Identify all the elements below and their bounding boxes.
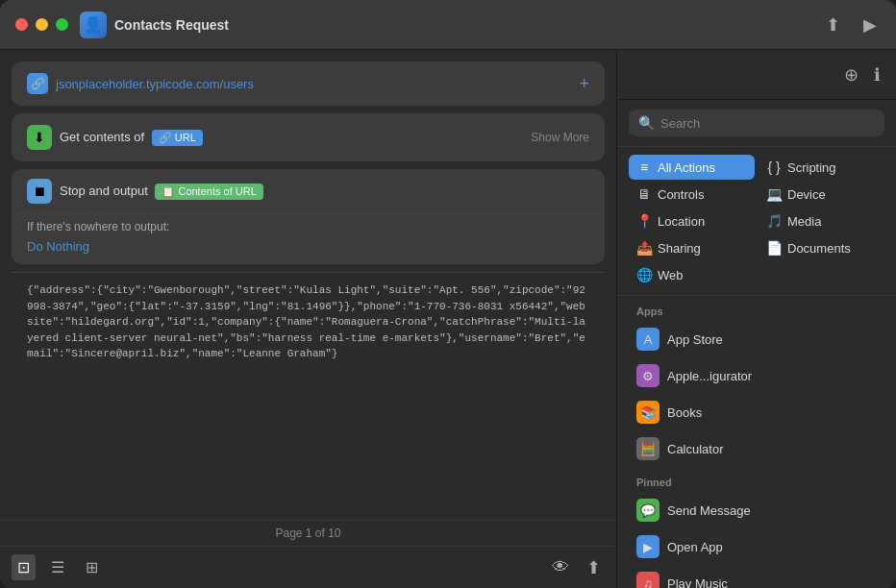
category-location-label: Location bbox=[658, 214, 705, 229]
add-url-button[interactable]: + bbox=[579, 74, 589, 94]
category-documents-label: Documents bbox=[787, 241, 851, 256]
app-store-icon: A bbox=[636, 328, 660, 351]
play-music-icon: ♫ bbox=[636, 572, 660, 588]
category-all-actions-label: All Actions bbox=[658, 160, 715, 175]
media-icon: 🎵 bbox=[766, 213, 782, 229]
device-icon: 💻 bbox=[766, 186, 782, 202]
apple-igurator-label: Apple...igurator bbox=[667, 369, 752, 383]
play-music-label: Play Music bbox=[667, 576, 728, 589]
category-documents[interactable]: 📄 Documents bbox=[759, 235, 884, 260]
view-grid-button[interactable]: ⊡ bbox=[12, 554, 36, 580]
stop-output-header: ⏹ Stop and output 📋 Contents of URL bbox=[12, 169, 605, 213]
calculator-icon: 🧮 bbox=[636, 437, 660, 460]
books-icon: 📚 bbox=[636, 401, 660, 424]
section-pinned-label: Pinned bbox=[629, 467, 884, 492]
share-button[interactable]: ⬆ bbox=[822, 11, 844, 39]
url-text: jsonplaceholder.typicode.com/users bbox=[56, 77, 571, 91]
category-device[interactable]: 💻 Device bbox=[759, 182, 884, 207]
category-media-label: Media bbox=[787, 214, 821, 229]
info-button[interactable]: ℹ bbox=[874, 64, 881, 86]
category-web-label: Web bbox=[658, 268, 684, 282]
category-controls-label: Controls bbox=[658, 187, 704, 202]
get-contents-block[interactable]: ⬇ Get contents of 🔗 URL Show More bbox=[12, 113, 605, 161]
calculator-label: Calculator bbox=[667, 442, 724, 456]
all-actions-icon: ≡ bbox=[636, 159, 652, 175]
nowhere-text: If there's nowhere to output: bbox=[27, 220, 589, 233]
documents-icon: 📄 bbox=[766, 240, 782, 256]
stop-output-label: Stop and output 📋 Contents of URL bbox=[60, 184, 263, 200]
main-window: 👤 Contacts Request ⬆ ▶ 🔗 jsonplaceholder… bbox=[0, 0, 896, 588]
list-item-apple-igurator[interactable]: ⚙ Apple...igurator bbox=[629, 357, 884, 394]
minimize-button[interactable] bbox=[36, 18, 48, 31]
category-sharing[interactable]: 📤 Sharing bbox=[629, 235, 755, 260]
open-app-label: Open App bbox=[667, 540, 723, 554]
sharing-icon: 📤 bbox=[636, 240, 652, 256]
category-all-actions[interactable]: ≡ All Actions bbox=[629, 155, 755, 180]
output-area: {"address":{"city":"Gwenborough","street… bbox=[12, 272, 605, 508]
stop-output-footer: If there's nowhere to output: Do Nothing bbox=[12, 213, 605, 264]
show-more-button[interactable]: Show More bbox=[531, 131, 589, 144]
link-icon: 🔗 bbox=[27, 73, 48, 94]
controls-icon: 🖥 bbox=[636, 186, 652, 202]
search-icon: 🔍 bbox=[638, 115, 655, 131]
search-input[interactable] bbox=[660, 116, 875, 131]
location-icon: 📍 bbox=[636, 213, 652, 229]
category-scripting[interactable]: { } Scripting bbox=[759, 155, 884, 180]
url-badge: 🔗 URL bbox=[152, 130, 203, 146]
search-bar: 🔍 bbox=[617, 100, 896, 147]
run-button[interactable]: ▶ bbox=[859, 11, 881, 39]
open-app-icon: ▶ bbox=[636, 535, 660, 558]
list-item-play-music[interactable]: ♫ Play Music bbox=[629, 565, 884, 588]
stop-output-icon: ⏹ bbox=[27, 179, 52, 204]
bottom-toolbar: ⊡ ☰ ⊞ 👁 ⬆ bbox=[0, 546, 616, 588]
categories-grid: ≡ All Actions { } Scripting 🖥 Controls 💻… bbox=[617, 147, 896, 296]
list-item-send-message[interactable]: 💬 Send Message bbox=[629, 492, 884, 528]
preview-button[interactable]: 👁 bbox=[548, 553, 573, 581]
list-item-books[interactable]: 📚 Books bbox=[629, 394, 884, 430]
category-media[interactable]: 🎵 Media bbox=[759, 208, 884, 233]
app-icon: 👤 bbox=[80, 12, 107, 38]
view-list-button[interactable]: ☰ bbox=[45, 554, 70, 580]
main-content: 🔗 jsonplaceholder.typicode.com/users + ⬇… bbox=[0, 50, 896, 588]
category-controls[interactable]: 🖥 Controls bbox=[629, 182, 755, 207]
get-contents-label: Get contents of 🔗 URL bbox=[60, 130, 523, 146]
contents-badge: 📋 Contents of URL bbox=[155, 184, 262, 200]
get-contents-icon: ⬇ bbox=[27, 125, 52, 150]
left-panel: 🔗 jsonplaceholder.typicode.com/users + ⬇… bbox=[0, 50, 617, 588]
sidebar-content: Apps A App Store ⚙ Apple...igurator 📚 Bo… bbox=[617, 296, 896, 588]
send-message-icon: 💬 bbox=[636, 499, 660, 522]
export-button[interactable]: ⬆ bbox=[583, 553, 605, 582]
list-item-calculator[interactable]: 🧮 Calculator bbox=[629, 430, 884, 467]
scripting-icon: { } bbox=[766, 159, 782, 175]
apple-igurator-icon: ⚙ bbox=[636, 364, 660, 387]
category-sharing-label: Sharing bbox=[658, 241, 701, 256]
category-device-label: Device bbox=[787, 187, 826, 202]
list-item-open-app[interactable]: ▶ Open App bbox=[629, 528, 884, 565]
do-nothing-button[interactable]: Do Nothing bbox=[27, 239, 89, 254]
add-action-button[interactable]: ⊕ bbox=[844, 64, 859, 86]
right-panel: ⊕ ℹ 🔍 ≡ All Actions { } Scripting bbox=[617, 50, 896, 588]
list-item-app-store[interactable]: A App Store bbox=[629, 321, 884, 357]
url-block[interactable]: 🔗 jsonplaceholder.typicode.com/users + bbox=[12, 61, 605, 106]
category-location[interactable]: 📍 Location bbox=[629, 208, 755, 233]
books-label: Books bbox=[667, 405, 702, 420]
titlebar: 👤 Contacts Request ⬆ ▶ bbox=[0, 0, 896, 50]
maximize-button[interactable] bbox=[56, 18, 68, 31]
category-scripting-label: Scripting bbox=[787, 160, 836, 175]
close-button[interactable] bbox=[15, 18, 28, 31]
web-icon: 🌐 bbox=[636, 267, 652, 282]
stop-output-block[interactable]: ⏹ Stop and output 📋 Contents of URL If t… bbox=[12, 169, 605, 264]
category-web[interactable]: 🌐 Web bbox=[629, 262, 755, 287]
pagination: Page 1 of 10 bbox=[0, 520, 616, 546]
send-message-label: Send Message bbox=[667, 503, 751, 518]
right-toolbar: ⊕ ℹ bbox=[617, 50, 896, 100]
output-text: {"address":{"city":"Gwenborough","street… bbox=[27, 282, 589, 499]
titlebar-actions: ⬆ ▶ bbox=[822, 11, 881, 39]
section-apps-label: Apps bbox=[629, 296, 884, 321]
search-input-wrap: 🔍 bbox=[629, 110, 884, 136]
actions-area: 🔗 jsonplaceholder.typicode.com/users + ⬇… bbox=[0, 50, 616, 520]
window-title: Contacts Request bbox=[114, 17, 822, 33]
view-cards-button[interactable]: ⊞ bbox=[80, 554, 104, 580]
app-store-label: App Store bbox=[667, 332, 723, 347]
traffic-lights bbox=[15, 18, 68, 31]
